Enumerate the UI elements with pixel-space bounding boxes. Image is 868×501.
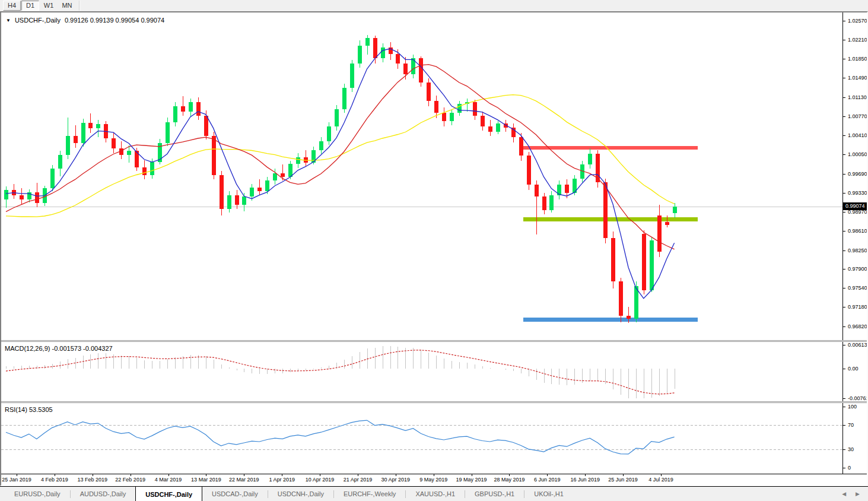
macd-axis-label-tick [843, 369, 845, 369]
timeframe-mn-button[interactable]: MN [58, 1, 76, 11]
date-label: 25 Jun 2019 [608, 477, 638, 483]
collapse-icon[interactable]: ▼ [6, 18, 11, 23]
macd-axis-border [842, 342, 843, 401]
date-label: 21 Apr 2019 [344, 477, 373, 483]
rsi-axis-label: 70 [848, 422, 854, 429]
tab-audusd-daily[interactable]: AUDUSD-,Daily [71, 487, 136, 501]
chart-ohlc-values: 0.99126 0.99139 0.99054 0.99074 [65, 17, 164, 24]
price-axis-label-tick [843, 97, 845, 98]
price-axis-label: 1.02210 [848, 37, 867, 43]
macd-axis-label-tick [843, 398, 845, 399]
tab-scroll-arrows: ◀ ▶ [842, 487, 868, 501]
macd-axis-label: 0.00 [848, 366, 859, 372]
price-axis-label: 0.97540 [848, 285, 867, 291]
price-panel[interactable]: ▼ USDCHF-,Daily 0.99126 0.99139 0.99054 … [1, 12, 867, 340]
date-label: 1 Apr 2019 [269, 477, 295, 483]
date-tick [547, 474, 548, 476]
price-axis-label-tick [843, 231, 845, 232]
tabs-scroll-left-icon[interactable]: ◀ [842, 491, 846, 497]
date-tick [585, 474, 586, 476]
timeframe-h4-button[interactable]: H4 [3, 1, 21, 11]
rsi-axis-label: 100 [848, 404, 857, 410]
chart-tabbar: EURUSD-,DailyAUDUSD-,DailyUSDCHF-,DailyU… [0, 486, 868, 501]
price-axis-label-tick [843, 21, 845, 21]
price-axis-label: 1.01850 [848, 56, 867, 62]
price-axis-label-tick [843, 135, 845, 136]
price-axis-label-tick [843, 40, 845, 40]
date-label: 9 May 2019 [419, 477, 447, 483]
price-axis-label: 0.97180 [848, 304, 867, 310]
tab-ukoil-h1[interactable]: UKOil-,H1 [524, 487, 573, 501]
macd-panel[interactable]: MACD(12,26,9) -0.001573 -0.004327 0.0061… [1, 342, 867, 401]
macd-canvas[interactable] [1, 342, 867, 401]
price-axis-label-tick [843, 193, 845, 194]
rsi-panel[interactable]: RSI(14) 53.5305 10070300 [1, 403, 867, 474]
date-tick [396, 474, 396, 476]
price-axis-label: 0.99690 [848, 171, 867, 177]
tab-gbpusd-h1[interactable]: GBPUSD-,H1 [465, 487, 524, 501]
date-tick [282, 474, 282, 476]
tab-usdcad-daily[interactable]: USDCAD-,Daily [202, 487, 268, 501]
date-label: 30 Apr 2019 [381, 477, 411, 483]
date-label: 22 Feb 2019 [115, 477, 145, 483]
price-axis-label-tick [843, 288, 845, 288]
price-axis-label-tick [843, 307, 845, 307]
price-axis-label-tick [843, 78, 845, 78]
tab-xauusd-h1[interactable]: XAUUSD-,H1 [406, 487, 465, 501]
price-axis-label-tick [843, 59, 845, 59]
macd-axis-label-tick [843, 345, 845, 345]
date-tick [206, 474, 206, 476]
price-axis-label: 1.00410 [848, 132, 867, 139]
date-tick [434, 474, 434, 476]
rsi-axis-label: 30 [848, 446, 854, 453]
price-axis-label: 0.99330 [848, 190, 867, 196]
price-axis-label: 1.01130 [848, 94, 867, 101]
date-tick [623, 474, 624, 476]
tab-usdchf-daily[interactable]: USDCHF-,Daily [135, 486, 202, 501]
chart-title-row: ▼ USDCHF-,Daily 0.99126 0.99139 0.99054 … [6, 17, 164, 24]
tab-eurchf-weekly[interactable]: EURCHF-,Weekly [334, 487, 405, 501]
tab-eurusd-daily[interactable]: EURUSD-,Daily [5, 487, 70, 501]
date-label: 25 Jan 2019 [2, 477, 31, 483]
date-axis[interactable]: 25 Jan 20194 Feb 201913 Feb 201922 Feb 2… [1, 474, 867, 486]
main-chart-canvas[interactable] [1, 12, 867, 340]
date-label: 13 Feb 2019 [77, 477, 107, 483]
date-label: 19 May 2019 [456, 477, 487, 483]
rsi-canvas[interactable] [1, 403, 867, 474]
date-label: 13 Mar 2019 [191, 477, 221, 483]
date-label: 22 Mar 2019 [229, 477, 259, 483]
tabs-scroll-right-icon[interactable]: ▶ [856, 491, 860, 497]
price-axis-label: 1.00050 [848, 151, 867, 158]
date-label: 16 Jun 2019 [570, 477, 600, 483]
date-tick [244, 474, 244, 476]
date-label: 4 Mar 2019 [155, 477, 182, 483]
price-axis-label-tick [843, 154, 845, 155]
rsi-axis-label: 0 [848, 465, 851, 471]
date-tick [358, 474, 358, 476]
date-tick [131, 474, 131, 476]
price-axis-label: 0.97900 [848, 266, 867, 272]
date-tick [55, 474, 55, 476]
toolbar-separator [79, 1, 80, 11]
price-axis-label-tick [843, 326, 845, 327]
date-tick [661, 474, 662, 476]
rsi-axis-label-tick [843, 468, 845, 468]
date-tick [472, 474, 472, 476]
rsi-axis-border [842, 403, 843, 474]
macd-label: MACD(12,26,9) -0.001573 -0.004327 [5, 345, 113, 352]
macd-axis-label: 0.00613 [848, 342, 867, 348]
date-label: 28 May 2019 [494, 477, 524, 483]
date-label: 10 Apr 2019 [306, 477, 335, 483]
date-label: 6 Jun 2019 [534, 477, 561, 483]
rsi-axis-label-tick [843, 449, 845, 450]
price-axis-label-tick [843, 251, 845, 251]
tab-usdcnh-daily[interactable]: USDCNH-,Daily [268, 487, 333, 501]
price-axis-label-tick [843, 116, 845, 117]
timeframe-w1-button[interactable]: W1 [40, 1, 58, 11]
price-axis-label: 1.00770 [848, 113, 867, 120]
timeframe-toolbar: H4 D1 W1 MN [0, 0, 868, 11]
timeframe-d1-button[interactable]: D1 [21, 1, 39, 11]
rsi-label: RSI(14) 53.5305 [5, 406, 53, 413]
date-tick [17, 474, 17, 476]
chart-window: ▼ USDCHF-,Daily 0.99126 0.99139 0.99054 … [0, 11, 868, 486]
